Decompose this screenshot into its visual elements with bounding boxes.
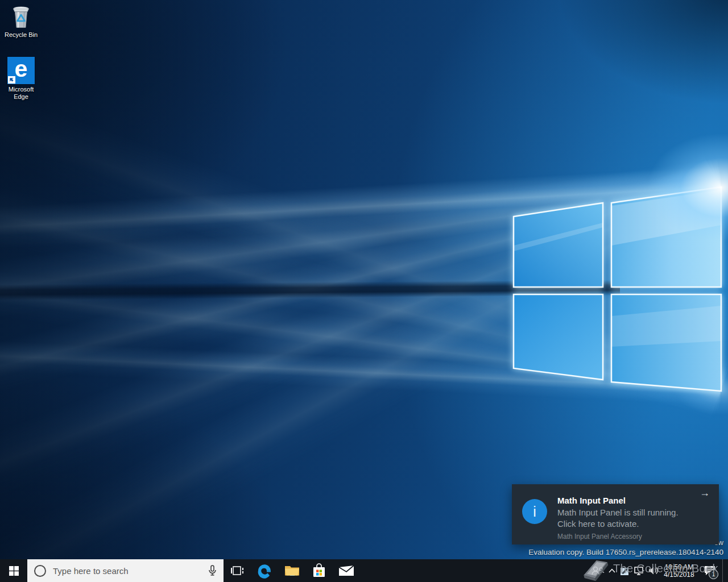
toast-message-line: Click here to activate.	[557, 518, 700, 530]
microphone-icon[interactable]	[208, 565, 217, 576]
toast-expand-arrow-icon[interactable]: →	[700, 488, 710, 498]
chevron-up-icon	[609, 568, 615, 573]
mail-button[interactable]	[333, 559, 360, 582]
taskbar: 10:50 AM 4/15/2018 1	[0, 559, 728, 582]
toast-attribution: Math Input Panel Accessory	[557, 533, 700, 541]
people-button[interactable]	[589, 559, 606, 582]
evaluation-copy-text: Evaluation copy. Build 17650.rs_prerelea…	[528, 548, 723, 556]
taskbar-search-box[interactable]	[27, 559, 224, 582]
cortana-icon	[34, 565, 46, 577]
desktop-icon-label: Recycle Bin	[5, 31, 38, 39]
taskbar-edge-button[interactable]	[251, 559, 278, 582]
clock-time: 10:50 AM	[661, 564, 697, 571]
info-icon: i	[522, 499, 547, 524]
people-icon	[591, 566, 605, 575]
recycle-bin-icon	[8, 3, 34, 30]
show-hidden-icons-button[interactable]	[606, 559, 618, 582]
toast-title: Math Input Panel	[557, 496, 700, 505]
desktop: Recycle Bin e Microsoft Edge → i Math In…	[0, 0, 728, 582]
network-icon	[634, 566, 644, 575]
windows-ink-button[interactable]	[618, 559, 631, 582]
notification-toast[interactable]: → i Math Input Panel Math Input Panel is…	[512, 484, 719, 544]
task-view-icon	[230, 565, 244, 576]
desktop-icon-recycle-bin[interactable]: Recycle Bin	[1, 3, 42, 39]
windows-logo-icon	[9, 566, 19, 576]
toast-body: Math Input Panel Math Input Panel is sti…	[557, 496, 700, 541]
toast-message-line: Math Input Panel is still running.	[557, 507, 700, 518]
search-input[interactable]	[52, 566, 202, 576]
desktop-icon-microsoft-edge[interactable]: e Microsoft Edge	[1, 57, 42, 101]
file-explorer-icon	[284, 564, 300, 577]
store-icon	[312, 563, 326, 578]
task-view-button[interactable]	[224, 559, 251, 582]
start-button[interactable]	[0, 559, 27, 582]
microsoft-store-button[interactable]	[305, 559, 333, 582]
show-desktop-button[interactable]	[722, 559, 728, 582]
clock-date: 4/15/2018	[661, 571, 697, 579]
mail-icon	[338, 565, 354, 576]
file-explorer-button[interactable]	[278, 559, 305, 582]
action-center-button[interactable]: 1	[697, 559, 722, 582]
edge-icon	[257, 563, 272, 579]
edge-e-glyph: e	[15, 57, 28, 81]
taskbar-spacer	[360, 559, 589, 582]
taskbar-clock[interactable]: 10:50 AM 4/15/2018	[661, 563, 697, 579]
desktop-icon-label: Microsoft Edge	[1, 86, 42, 101]
notification-count-badge: 1	[709, 569, 718, 579]
system-tray: 10:50 AM 4/15/2018 1	[589, 559, 728, 582]
shortcut-arrow-icon	[8, 76, 15, 84]
volume-button[interactable]	[646, 559, 661, 582]
edge-tile-icon: e	[7, 57, 35, 84]
speaker-icon	[648, 566, 659, 575]
network-button[interactable]	[631, 559, 646, 582]
windows-ink-icon	[620, 566, 630, 576]
